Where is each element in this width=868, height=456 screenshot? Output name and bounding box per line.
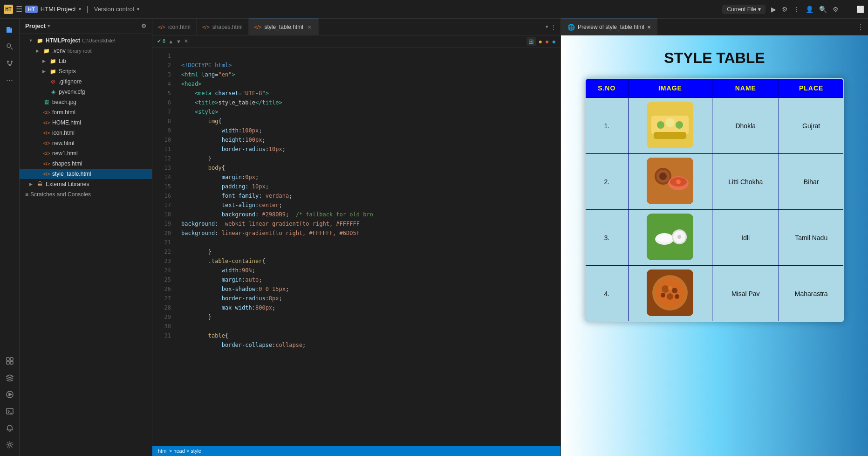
icon-btn-4[interactable]: ● — [552, 38, 556, 45]
tree-item-icon[interactable]: </> icon.html — [20, 128, 152, 138]
svg-point-35 — [662, 285, 669, 293]
td-sno-1: 1. — [585, 98, 628, 154]
panel-dropdown[interactable]: ▾ — [48, 23, 50, 28]
sidebar-icon-terminal[interactable] — [2, 404, 17, 419]
sidebar-icons: ··· — [0, 19, 20, 456]
tree-item-beach[interactable]: 🖼 beach.jpg — [20, 97, 152, 107]
sidebar-icon-more[interactable]: ··· — [2, 73, 17, 88]
svg-point-15 — [657, 121, 664, 129]
tree-label-icon: icon.html — [52, 130, 75, 136]
file-icon-home: </> — [43, 119, 50, 126]
chevron-right-icon-scripts: ▶ — [40, 68, 48, 75]
sidebar-icon-notifications[interactable] — [2, 421, 17, 435]
version-control-dropdown[interactable]: ▾ — [137, 7, 139, 12]
minimize-button[interactable]: — — [844, 6, 851, 13]
svg-point-28 — [656, 233, 673, 242]
user-icon[interactable]: 👤 — [806, 6, 813, 13]
sidebar-icon-plugins[interactable] — [2, 353, 17, 368]
tree-item-new[interactable]: </> new.html — [20, 138, 152, 148]
svg-line-1 — [11, 48, 13, 49]
sidebar-icon-settings[interactable] — [2, 437, 17, 452]
svg-point-31 — [677, 235, 681, 239]
toolbar-close-icon[interactable]: ✕ — [184, 38, 188, 44]
tree-item-style-table[interactable]: </> style_table.html — [20, 169, 152, 179]
file-icon-new1: </> — [43, 150, 50, 157]
svg-point-40 — [668, 286, 672, 290]
preview-tab-close[interactable]: ✕ — [647, 25, 651, 30]
build-icon[interactable]: ⚙ — [782, 6, 788, 13]
sidebar-icon-run[interactable] — [2, 387, 17, 402]
settings-icon[interactable]: ⚙ — [833, 6, 839, 13]
code-editor[interactable]: <!DOCTYPE html> <html lang="en"> <head> … — [176, 48, 560, 446]
td-name-2: Litti Chokha — [712, 154, 779, 210]
hamburger-menu[interactable]: ☰ — [16, 5, 22, 14]
chevron-right-icon: ▶ — [34, 47, 41, 55]
tab-style-table-html[interactable]: </> style_table.html ✕ — [249, 19, 319, 35]
main-layout: ··· Project ▾ ⚙ — [0, 19, 868, 456]
td-img-1 — [628, 98, 712, 154]
tab-overflow-icon[interactable]: ⋮ — [550, 23, 557, 31]
td-img-3 — [628, 210, 712, 266]
editor-toolbar: ✔ 8 ▲ ▼ ✕ ⊞ ● ● ● — [152, 35, 560, 48]
sidebar-icon-git[interactable] — [2, 56, 17, 71]
preview-panel-more[interactable]: ⋮ — [857, 22, 868, 31]
maximize-button[interactable]: ⬜ — [856, 6, 864, 13]
run-button[interactable]: ▶ — [771, 6, 776, 13]
sidebar-icon-search[interactable] — [2, 39, 17, 54]
current-file-selector[interactable]: Current File ▾ — [722, 5, 765, 14]
spacer-icon8 — [34, 150, 41, 157]
svg-point-36 — [672, 288, 677, 293]
icon-btn-1[interactable]: ⊞ — [526, 37, 536, 46]
breadcrumb: html > head > style — [158, 448, 201, 454]
spacer-icon3 — [34, 98, 41, 106]
tab-dropdown-icon[interactable]: ▾ — [546, 24, 548, 30]
file-icon-pyvenv: ◈ — [49, 88, 57, 96]
tree-item-scripts[interactable]: ▶ 📁 Scripts — [20, 66, 152, 76]
tree-label-style-table: style_table.html — [52, 171, 91, 177]
icon-btn-2[interactable]: ● — [539, 38, 542, 45]
tree-item-lib[interactable]: ▶ 📁 Lib — [20, 56, 152, 66]
preview-page-title: STYLE TABLE — [570, 49, 859, 67]
project-name[interactable]: HTMLProject — [41, 6, 76, 13]
icon-btn-3[interactable]: ● — [545, 38, 549, 45]
folder-icon-scripts: 📁 — [49, 68, 57, 75]
tree-item-new1[interactable]: </> new1.html — [20, 148, 152, 159]
tree-item-home[interactable]: </> HOME.html — [20, 117, 152, 128]
folder-icon-venv: 📁 — [43, 47, 50, 55]
tree-item-form[interactable]: </> form.html — [20, 107, 152, 117]
project-badge: HT — [25, 6, 38, 13]
tab-shapes-html[interactable]: </> shapes.html — [197, 19, 249, 35]
toolbar-down-icon[interactable]: ▼ — [176, 39, 181, 44]
file-tree-content: ▼ 📁 HTMLProject C:\Users\khile\ ▶ 📁 .ven… — [20, 34, 152, 456]
file-icon-new: </> — [43, 139, 50, 147]
svg-point-12 — [8, 444, 11, 446]
food-img-litti — [647, 158, 693, 204]
svg-point-17 — [676, 121, 683, 129]
tree-item-shapes[interactable]: </> shapes.html — [20, 159, 152, 169]
globe-icon: 🌐 — [567, 24, 575, 31]
td-place-2: Bihar — [779, 154, 844, 210]
tree-label-path: C:\Users\khile\ — [82, 38, 116, 43]
panel-gear-icon[interactable]: ⚙ — [141, 23, 146, 29]
tree-item-htmlproject[interactable]: ▼ 📁 HTMLProject C:\Users\khile\ — [20, 35, 152, 46]
file-icon-icon: </> — [43, 129, 50, 137]
sidebar-icon-files[interactable] — [2, 22, 17, 37]
toolbar-up-icon[interactable]: ▲ — [168, 39, 173, 44]
project-dropdown[interactable]: ▾ — [79, 7, 81, 12]
svg-point-39 — [675, 294, 679, 299]
tree-item-venv[interactable]: ▶ 📁 .venv library root — [20, 46, 152, 56]
tab-close-button[interactable]: ✕ — [306, 24, 313, 30]
scratches-and-consoles[interactable]: ≡ Scratches and Consoles — [20, 189, 152, 200]
th-place: PLACE — [779, 78, 844, 98]
preview-tab[interactable]: 🌐 Preview of style_table.html ✕ — [561, 19, 657, 35]
tree-item-pyvenv[interactable]: ◈ pyvenv.cfg — [20, 87, 152, 97]
tree-item-gitignore[interactable]: ⊘ .gitignore — [20, 76, 152, 87]
sidebar-icon-layers[interactable] — [2, 370, 17, 385]
td-sno-2: 2. — [585, 154, 628, 210]
search-icon[interactable]: 🔍 — [819, 6, 827, 13]
tab-icon-html[interactable]: </> icon.html — [152, 19, 197, 35]
td-name-4: Misal Pav — [712, 266, 779, 322]
tree-item-external-libs[interactable]: ▶ 🏛 External Libraries — [20, 179, 152, 189]
version-control[interactable]: Version control — [94, 6, 134, 13]
more-options-icon[interactable]: ⋮ — [793, 6, 800, 13]
